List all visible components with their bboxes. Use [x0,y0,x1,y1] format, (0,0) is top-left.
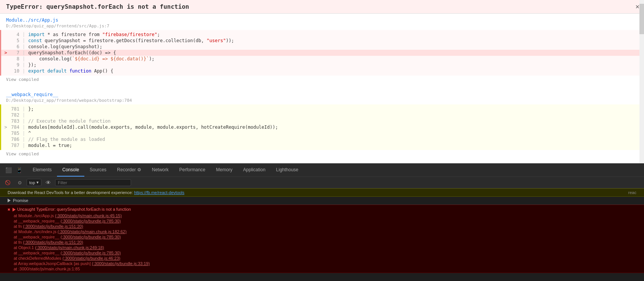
stack-line-1: at Module../src/App.js (:3000/static/js/… [0,213,644,218]
code-line-6: 6 | console.log(querySnapshot); [1,44,644,50]
scrollbar-track[interactable] [639,0,644,163]
devtools-banner-bar: Download the React DevTools for a better… [0,188,644,197]
context-arrow: ▾ [36,180,39,185]
clear-console-icon[interactable]: 🚫 [2,177,13,188]
code-line-787: 787 | module.l = true; [1,142,644,148]
stack-link-4[interactable]: (:3000/static/js/main.chunk.js:182:62) [58,229,127,234]
error-icon: ✖ [8,207,10,212]
error-expand-icon[interactable] [13,208,16,212]
line-arrow [1,32,7,37]
line-arrow [1,44,7,49]
stack-link-9[interactable]: (:3000/static/js/bundle.js:46:23) [62,256,120,260]
tab-memory[interactable]: Memory [211,164,238,177]
error-title-bar: TypeError: querySnapshot.forEach is not … [0,0,644,14]
stack-link-10[interactable]: (:3000/static/js/bundle.js:33:19) [92,261,150,266]
console-output: Download the React DevTools for a better… [0,188,644,281]
error-title-text: TypeError: querySnapshot.forEach is not … [6,3,189,10]
line-arrow [1,68,7,74]
console-promise-row: Promise [0,197,644,205]
tab-sources[interactable]: Sources [84,164,112,177]
context-selector[interactable]: top ▾ [27,179,41,186]
tab-performance[interactable]: Performance [174,164,211,177]
code-line-784: > 784 | modules[moduleId].call(module.ex… [1,124,644,130]
code-section-2: __webpack_require__ D:/Desktop/quiz_app/… [0,88,644,163]
stack-line-2: at __webpack_require__ (:3000/static/js/… [0,218,644,224]
stack-line-7: at Object.1 (:3000/static/js/main.chunk.… [0,245,644,250]
view-compiled-2[interactable]: View compiled [0,150,644,159]
tab-network[interactable]: Network [147,164,174,177]
stack-link-8[interactable]: (:3000/static/js/bundle.js:785:30) [61,251,121,255]
tab-recorder[interactable]: Recorder ⚙ [112,164,147,177]
devtools-toolbar: ⬛ 📱 Elements Console Sources Recorder ⚙ … [0,163,644,177]
promise-expand-icon[interactable] [8,199,11,202]
stack-line-4: at Module../src/index.js (:3000/static/j… [0,229,644,234]
stack-link-6[interactable]: (:3000/static/js/bundle.js:151:20) [23,240,83,245]
line-arrow [1,38,7,43]
code-line-8: 8 | console.log(`${doc.id} => ${doc.data… [1,56,644,62]
banner-text: Download the React DevTools for a better… [8,190,133,195]
file-link-1[interactable]: Module../src/App.js [0,17,644,24]
tab-elements[interactable]: Elements [27,164,57,177]
code-line-785: 785 | ^ [1,130,644,136]
stack-line-3: at fn (:3000/static/js/bundle.js:151:20) [0,224,644,229]
line-arrow [1,56,7,62]
code-line-5: 5 | const querySnapshot = firestore.getD… [1,38,644,44]
device-toolbar-icon[interactable]: 📱 [14,165,24,175]
file-path-2: D:/Desktop/quiz_app/frontend/webpack/boo… [0,98,644,104]
code-line-10: 10 | export default function App() { [1,68,644,74]
code-line-782: 782 | [1,112,644,118]
code-panel: TypeError: querySnapshot.forEach is not … [0,0,644,163]
banner-suffix: reac [628,190,636,195]
stack-link-5[interactable]: (:3000/static/js/bundle.js:785:30) [61,235,121,239]
stack-line-5: at __webpack_require__ (:3000/static/js/… [0,234,644,240]
code-line-7: > 7 | querySnapshot.forEach((doc) => { [1,50,644,56]
stack-line-9: at checkDeferredModules (:3000/static/js… [0,256,644,261]
close-button[interactable]: × [635,3,639,11]
filter-toggle-icon[interactable]: 👁 [43,177,54,188]
error-main-text: Uncaught TypeError: querySnapshot.forEac… [17,207,131,212]
code-block-2: 781 | }; 782 | 783 | // Execute the modu… [0,104,644,150]
promise-label: Promise [12,198,28,203]
scrollbar-thumb[interactable] [639,4,644,34]
context-label: top [29,180,35,185]
file-link-2[interactable]: __webpack_require__ [0,91,644,98]
devtools-icons: ⬛ 📱 [0,164,27,177]
stack-link-2[interactable]: (:3000/static/js/bundle.js:785:30) [61,219,121,223]
code-section-1: Module../src/App.js D:/Desktop/quiz_app/… [0,14,644,88]
file-path-1: D:/Desktop/quiz_app/frontend/src/App.js:… [0,24,644,30]
code-line-783: 783 | // Execute the module function [1,118,644,124]
stack-line-11: at :3000/static/js/main.chunk.js:1:85 [0,266,644,272]
error-main-line: ✖ Uncaught TypeError: querySnapshot.forE… [0,206,644,213]
stack-line-6: at fn (:3000/static/js/bundle.js:151:20) [0,240,644,245]
code-line-786: 786 | // Flag the module as loaded [1,136,644,142]
line-arrow: > [1,50,7,55]
stack-link-1[interactable]: (:3000/static/js/main.chunk.js:45:15) [55,213,122,218]
line-arrow [1,62,7,68]
preserve-log-icon[interactable]: ⊙ [14,177,25,188]
stack-link-3[interactable]: (:3000/static/js/bundle.js:151:20) [23,224,83,229]
console-filter-input[interactable] [55,179,131,186]
code-block-1: 4 | import * as firestore from "firebase… [0,30,644,76]
stack-line-8: at __webpack_require__ (:3000/static/js/… [0,250,644,256]
tab-lighthouse[interactable]: Lighthouse [271,164,304,177]
stack-link-7[interactable]: (:3000/static/js/main.chunk.js:249:18) [35,245,104,250]
code-line-781: 781 | }; [1,106,644,112]
fn-label: fn [0,163,644,163]
tab-application[interactable]: Application [238,164,271,177]
code-line-4: 4 | import * as firestore from "firebase… [1,32,644,38]
code-line-9: 9 | }); [1,62,644,68]
view-compiled-1[interactable]: View compiled [0,76,644,85]
tab-console[interactable]: Console [57,164,84,177]
console-filter-bar: 🚫 ⊙ top ▾ 👁 [0,177,644,188]
console-error-block: ✖ Uncaught TypeError: querySnapshot.forE… [0,205,644,273]
stack-line-10: at Array.webpackJsonpCallback [as push] … [0,261,644,266]
devtools-link[interactable]: https://fb.me/react-devtools [134,190,185,195]
inspect-element-icon[interactable]: ⬛ [3,165,14,175]
